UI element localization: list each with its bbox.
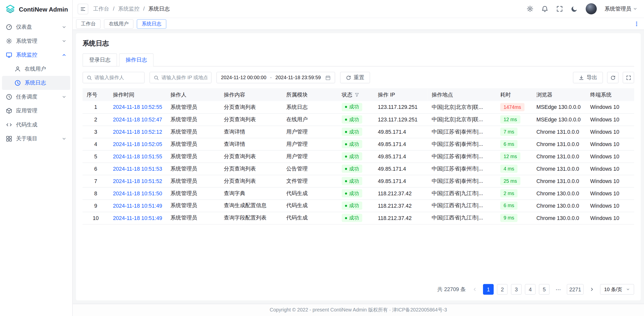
status-dot-icon [345,180,347,182]
cell-operator: 系统管理员 [166,126,220,138]
sidebar-item-label: 系统日志 [25,79,67,86]
date-range-picker[interactable]: 2024-11-12 00:00:00 - 2024-11-18 23:59:5… [216,72,335,83]
time-link[interactable]: 2024-11-18 10:51:50 [113,190,162,196]
cell-location: 中国|江苏省|泰州市|... [428,175,496,187]
cell-time: 2024-11-18 10:52:12 [109,126,167,138]
sidebar-item-task-schedule[interactable]: 任务调度 [2,90,70,104]
user-name: 系统管理员 [605,5,631,12]
cell-location: 中国|江苏省|泰州市|... [428,126,496,138]
date-end-value[interactable]: 2024-11-18 23:59:59 [275,75,321,80]
sidebar: ContiNew Admin 仪表盘 系统管理 系统监控 在线用户 [0,0,73,316]
cell-browser: Chrome 130.0.0.0 [532,187,586,199]
table-toolbar: 导出 [573,72,634,83]
collapse-menu-button[interactable] [78,4,88,14]
tab-login-log[interactable]: 登录日志 [83,53,117,66]
operator-search-input[interactable] [95,75,141,80]
pagination-page-3[interactable]: 3 [511,284,521,295]
breadcrumb-item[interactable]: 系统监控 [118,5,140,12]
time-link[interactable]: 2024-11-18 10:51:52 [113,178,162,184]
breadcrumb-separator: / [143,6,145,12]
cell-location: 中国|江苏省|泰州市|... [428,163,496,175]
ip-search-input[interactable] [162,75,208,80]
time-link[interactable]: 2024-11-18 10:51:49 [113,215,162,221]
page-size-value: 10 条/页 [604,286,622,293]
sidebar-item-system-monitor[interactable]: 系统监控 [2,48,70,62]
pagination-page-2271[interactable]: 2271 [567,284,584,295]
sidebar-item-dashboard[interactable]: 仪表盘 [2,20,70,34]
gear-icon [6,38,12,44]
sidebar-item-code-generation[interactable]: 代码生成 [2,118,70,132]
table-row: 4 2024-11-18 10:52:05 系统管理员 查询详情 用户管理 成功… [83,138,634,150]
reset-button[interactable]: 重置 [340,72,370,83]
tab-more-icon[interactable]: ⋮ [634,21,641,27]
status-dot-icon [345,106,347,108]
copyright-text: Copyright © 2022 - present ContiNew Admi… [270,307,447,314]
pagination-prev-icon[interactable] [470,284,480,294]
page-title: 系统日志 [83,39,634,48]
app-logo[interactable]: ContiNew Admin [0,0,72,18]
time-link[interactable]: 2024-11-18 10:52:55 [113,104,162,110]
status-badge: 成功 [342,165,362,173]
cell-ip: 118.212.37.42 [374,187,428,199]
pagination-page-2[interactable]: 2 [497,284,508,295]
status-label: 成功 [349,153,359,160]
cell-ip: 49.85.171.4 [374,138,428,150]
cell-index: 1 [83,101,109,113]
page-size-select[interactable]: 10 条/页 [600,284,634,295]
code-icon [6,121,12,128]
cell-content: 查询详情 [220,126,282,138]
cell-browser: Chrome 131.0.0.0 [532,150,586,163]
user-avatar[interactable] [586,3,597,14]
fullscreen-icon[interactable] [556,5,563,12]
date-start-value[interactable]: 2024-11-12 00:00:00 [221,75,266,80]
time-link[interactable]: 2024-11-18 10:52:47 [113,116,162,122]
table-row: 2 2024-11-18 10:52:47 系统管理员 分页查询列表 在线用户 … [83,113,634,126]
pagination-page-5[interactable]: 5 [539,284,549,295]
pagination-page-1[interactable]: 1 [483,284,494,295]
duration-badge: 12 ms [500,115,520,124]
table-row: 1 2024-11-18 10:52:55 系统管理员 分页查询列表 系统日志 … [83,101,634,113]
export-button[interactable]: 导出 [573,72,603,83]
pagination-next-icon[interactable] [587,284,597,294]
cell-index: 5 [83,150,109,163]
column-operator: 操作人 [166,88,220,101]
settings-icon[interactable] [527,5,534,12]
tab-operation-log[interactable]: 操作日志 [119,53,153,66]
tab-workbench[interactable]: 工作台 [76,19,101,29]
operator-search-field[interactable] [83,72,145,83]
cell-duration: 6 ms [496,199,532,212]
sidebar-item-about-project[interactable]: 关于项目 [2,132,70,146]
sidebar-item-system-management[interactable]: 系统管理 [2,34,70,48]
cell-time: 2024-11-18 10:52:05 [109,138,167,150]
tab-online-users[interactable]: 在线用户 [104,19,134,29]
tab-system-logs[interactable]: 系统日志 [137,19,167,29]
filter-toolbar: 2024-11-12 00:00:00 - 2024-11-18 23:59:5… [83,72,634,83]
filter-funnel-icon[interactable] [354,92,359,97]
status-dot-icon [345,205,347,207]
sidebar-item-app-management[interactable]: 应用管理 [2,104,70,118]
header: 工作台 / 系统监控 / 系统日志 系统管理员 [73,0,644,18]
time-link[interactable]: 2024-11-18 10:51:53 [113,166,162,172]
cell-status: 成功 [338,101,374,113]
sidebar-item-online-users[interactable]: 在线用户 [2,62,70,76]
notification-bell-icon[interactable] [541,5,548,12]
time-link[interactable]: 2024-11-18 10:52:05 [113,141,162,147]
time-link[interactable]: 2024-11-18 10:51:49 [113,203,162,209]
pagination-ellipsis[interactable]: ⋯ [553,284,564,295]
ip-search-field[interactable] [149,72,212,83]
export-button-label: 导出 [586,74,597,81]
dark-mode-moon-icon[interactable] [571,5,578,12]
breadcrumb-item[interactable]: 工作台 [93,5,109,12]
time-link[interactable]: 2024-11-18 10:52:12 [113,129,162,135]
cell-content: 分页查询列表 [220,175,282,187]
cell-browser: Chrome 131.0.0.0 [532,163,586,175]
fullscreen-table-button[interactable] [623,72,634,83]
cell-os: Windows 10 [586,113,634,126]
pagination-page-4[interactable]: 4 [525,284,536,295]
user-menu[interactable]: 系统管理员 [605,5,637,12]
chevron-down-icon [62,38,67,43]
time-link[interactable]: 2024-11-18 10:51:55 [113,153,162,159]
sidebar-item-system-logs[interactable]: 系统日志 [2,76,70,90]
refresh-table-button[interactable] [607,72,619,83]
app-root: ContiNew Admin 仪表盘 系统管理 系统监控 在线用户 [0,0,644,316]
